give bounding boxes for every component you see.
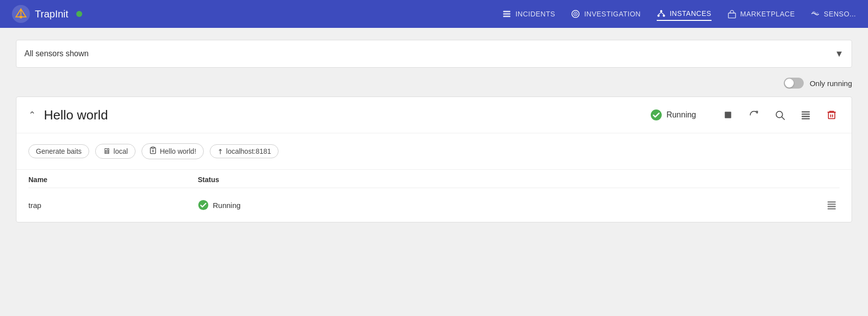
stop-icon (723, 109, 733, 120)
instance-status: Running (650, 109, 696, 121)
svg-point-15 (651, 109, 662, 120)
main-content: All sensors shown ▼ Only running ⌃ Hello… (0, 28, 868, 234)
delete-icon (826, 109, 837, 120)
stop-button[interactable] (720, 107, 736, 123)
svg-rect-22 (802, 118, 810, 119)
clipboard-icon (149, 146, 157, 156)
table-header: Name Status (28, 170, 840, 188)
row-trap-status: Running (198, 200, 824, 211)
sensor-selector[interactable]: All sensors shown ▼ (16, 40, 852, 68)
row-logs-icon (826, 200, 837, 211)
svg-point-8 (575, 13, 577, 15)
row-actions (824, 197, 840, 213)
svg-line-13 (661, 12, 664, 15)
filter-row: Only running (16, 78, 852, 89)
svg-point-9 (660, 10, 663, 12)
delete-button[interactable] (824, 107, 840, 123)
svg-line-18 (782, 117, 784, 119)
instance-title: Hello world (44, 107, 650, 123)
svg-rect-4 (503, 13, 510, 15)
logo: TrapInit (12, 5, 82, 23)
svg-rect-3 (503, 11, 510, 12)
svg-rect-32 (828, 206, 836, 207)
row-logs-button[interactable] (824, 197, 840, 213)
tag-generate-baits[interactable]: Generate baits (28, 144, 89, 158)
search-icon (774, 109, 785, 120)
tag-localhost[interactable]: ↗ localhost:8181 (210, 144, 279, 158)
svg-rect-19 (802, 111, 810, 112)
toggle-knob (785, 79, 794, 88)
tag-hello-world-label: Hello world! (160, 147, 196, 155)
svg-point-29 (198, 200, 208, 210)
row-running-icon (198, 200, 209, 211)
instance-actions (720, 107, 840, 123)
server-icon: 🖥 (103, 147, 111, 156)
svg-rect-21 (802, 116, 810, 117)
status-dot (76, 11, 82, 17)
only-running-toggle[interactable] (784, 78, 804, 89)
svg-rect-31 (828, 204, 836, 205)
svg-rect-14 (728, 13, 735, 18)
svg-rect-26 (151, 147, 154, 148)
svg-line-12 (659, 12, 661, 15)
chevron-down-icon: ▼ (835, 49, 844, 59)
instances-icon (657, 9, 666, 18)
row-running-label: Running (213, 201, 241, 210)
instance-table: Name Status trap Running (16, 170, 852, 222)
restart-button[interactable] (746, 107, 762, 123)
svg-rect-5 (503, 16, 510, 17)
nav-label-investigation: INVESTIGATION (584, 10, 641, 18)
incidents-icon (502, 9, 511, 18)
svg-rect-20 (802, 113, 810, 114)
tag-localhost-label: localhost:8181 (226, 147, 271, 155)
inspect-button[interactable] (772, 107, 788, 123)
svg-point-10 (657, 14, 660, 17)
instance-card: ⌃ Hello world Running (16, 97, 852, 222)
svg-rect-16 (725, 112, 731, 118)
marketplace-icon (727, 9, 736, 18)
sensor-selector-label: All sensors shown (24, 49, 89, 58)
tag-hello-world[interactable]: Hello world! (142, 143, 204, 159)
table-row: trap Running (28, 188, 840, 222)
svg-point-11 (663, 14, 665, 17)
nav-label-marketplace: MARKETPLACE (740, 10, 795, 18)
col-status-header: Status (198, 176, 219, 184)
col-name-header: Name (28, 176, 198, 184)
svg-rect-30 (828, 202, 836, 203)
nav-item-investigation[interactable]: INVESTIGATION (571, 7, 641, 20)
nav-label-instances: INSTANCES (670, 9, 712, 17)
nav-label-incidents: INCIDENTS (515, 10, 555, 18)
only-running-label: Only running (810, 79, 852, 88)
tag-local[interactable]: 🖥 local (95, 144, 136, 159)
logs-button[interactable] (798, 107, 814, 123)
instance-status-label: Running (666, 110, 696, 119)
nav-item-instances[interactable]: INSTANCES (657, 7, 712, 21)
logo-text: TrapInit (35, 8, 68, 20)
instance-header: ⌃ Hello world Running (16, 97, 852, 133)
sensors-icon (811, 9, 820, 18)
svg-point-1 (19, 15, 22, 18)
tag-local-label: local (114, 147, 128, 155)
logs-icon (800, 109, 811, 120)
header: TrapInit INCIDENTS INVESTIGATION INSTANC… (0, 0, 868, 28)
svg-rect-23 (829, 112, 835, 119)
svg-rect-33 (828, 208, 836, 209)
header-nav: INCIDENTS INVESTIGATION INSTANCES MARKET… (502, 7, 856, 21)
nav-item-incidents[interactable]: INCIDENTS (502, 7, 555, 20)
logo-icon (12, 5, 30, 23)
nav-item-sensors[interactable]: SENSO... (811, 7, 856, 20)
tags-row: Generate baits 🖥 local Hello world! (16, 133, 852, 170)
row-trap-name: trap (28, 201, 198, 210)
collapse-chevron-icon[interactable]: ⌃ (28, 109, 36, 120)
tag-generate-baits-label: Generate baits (36, 147, 82, 155)
nav-label-sensors: SENSO... (824, 10, 856, 18)
running-check-icon (650, 109, 662, 121)
nav-item-marketplace[interactable]: MARKETPLACE (727, 7, 795, 20)
external-link-icon: ↗ (215, 146, 225, 156)
investigation-icon (571, 9, 580, 18)
restart-icon (748, 109, 759, 120)
